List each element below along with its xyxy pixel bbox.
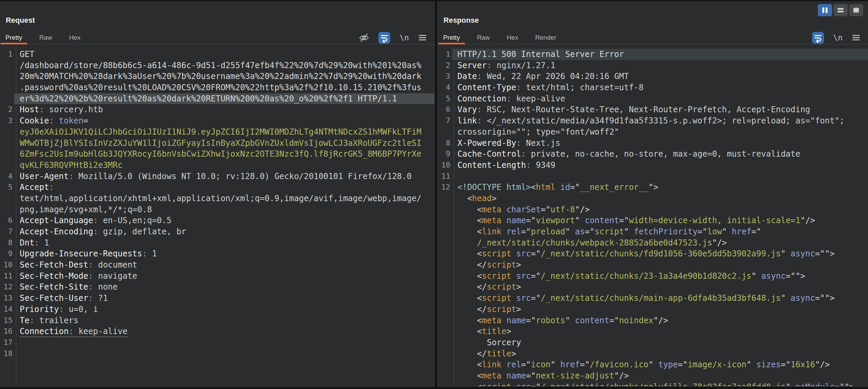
line-number xyxy=(438,359,452,370)
editor-menu-icon[interactable] xyxy=(852,34,861,41)
tab-pretty[interactable]: Pretty xyxy=(438,31,465,44)
code-text[interactable]: link: </_next/static/media/a34f9d1faa5f3… xyxy=(452,115,868,127)
code-text[interactable]: er%3d%22%20%2b%20result%20as%20dark%20RE… xyxy=(14,93,434,104)
code-text[interactable]: Te: trailers xyxy=(14,315,434,326)
code-text[interactable]: Connection: keep-alive xyxy=(452,93,868,104)
tab-render[interactable]: Render xyxy=(530,31,561,44)
code-line: 7link: </_next/static/media/a34f9d1faa5f… xyxy=(438,115,868,127)
code-text[interactable]: Sec-Fetch-Site: none xyxy=(14,281,434,293)
single-view-icon xyxy=(853,7,859,13)
code-text[interactable]: crossorigin=""; type="font/woff2" xyxy=(452,127,868,138)
code-text[interactable]: eyJ0eXAiOiJKV1QiLCJhbGciOiJIUzI1NiJ9.eyJ… xyxy=(14,127,434,138)
line-number: 13 xyxy=(0,293,14,304)
line-number: 11 xyxy=(438,171,452,182)
code-text[interactable]: /_next/static/chunks/webpack-28852a6be0d… xyxy=(452,237,868,249)
code-text[interactable]: Cache-Control: private, no-cache, no-sto… xyxy=(452,149,868,160)
code-text[interactable]: X-Powered-By: Next.js xyxy=(452,138,868,149)
code-text[interactable]: Accept-Language: en-US,en;q=0.5 xyxy=(14,215,434,226)
code-text[interactable]: qvKLF63RQVPHtBi2e3MRc xyxy=(14,160,434,171)
code-text[interactable]: </script> xyxy=(452,259,868,271)
code-text[interactable]: text/html,application/xhtml+xml,applicat… xyxy=(14,193,434,204)
response-tabbar: PrettyRawHexRender \n xyxy=(438,31,868,44)
code-text[interactable]: </title> xyxy=(452,348,868,359)
code-text[interactable]: <link rel="icon" href="/favicon.ico" typ… xyxy=(452,359,868,370)
code-text[interactable]: Dnt: 1 xyxy=(14,237,434,249)
code-text[interactable]: </script> xyxy=(452,304,868,315)
code-text[interactable]: <meta name="next-size-adjust"/> xyxy=(452,370,868,382)
code-text[interactable]: </script> xyxy=(452,281,868,293)
code-text[interactable]: GET xyxy=(14,49,434,60)
line-number: 4 xyxy=(0,171,14,182)
code-text[interactable] xyxy=(14,348,434,359)
code-text[interactable]: Sec-Fetch-Dest: document xyxy=(14,259,434,271)
code-text[interactable]: <script src="/_next/static/chunks/polyfi… xyxy=(452,382,868,386)
code-text[interactable]: HTTP/1.1 500 Internal Server Error xyxy=(452,49,868,60)
code-text[interactable]: Content-Length: 9349 xyxy=(452,160,868,171)
hide-response-eye-slash-icon[interactable] xyxy=(359,33,369,42)
tab-hex[interactable]: Hex xyxy=(64,31,85,44)
code-line: WMwOTBjZjBlYSIsInVzZXJuYW1lIjoiZGFyayIsI… xyxy=(0,138,434,149)
code-text[interactable]: Priority: u=0, i xyxy=(14,304,434,315)
code-text[interactable]: <meta name="viewport" content="width=dev… xyxy=(452,215,868,226)
request-panel-title: Request xyxy=(6,16,35,25)
code-text[interactable]: WMwOTBjZjBlYSIsInVzZXJuYW1lIjoiZGFyayIsI… xyxy=(14,138,434,149)
layout-single-view-button[interactable] xyxy=(849,4,863,16)
code-line: 15Te: trailers xyxy=(0,315,434,326)
code-text[interactable]: <meta charSet="utf-8"/> xyxy=(452,204,868,215)
code-text[interactable]: 20m%20MATCH%20%28dark%3aUser%20%7b%20use… xyxy=(14,71,434,82)
show-nonprinting-icon[interactable]: \n xyxy=(833,33,843,42)
line-number: 15 xyxy=(0,315,14,326)
layout-split-columns-button[interactable] xyxy=(818,4,832,16)
code-text[interactable]: Sec-Fetch-Mode: navigate xyxy=(14,271,434,282)
line-number: 1 xyxy=(0,49,14,60)
layout-controls xyxy=(818,4,863,16)
code-text[interactable]: <head> xyxy=(452,193,868,204)
code-text[interactable]: 6ZmFsc2UsIm9ubHlGb3JQYXRocyI6bnVsbCwiZXh… xyxy=(14,149,434,160)
code-text[interactable]: .password%20as%20result%20LOAD%20CSV%20F… xyxy=(14,82,434,93)
line-number xyxy=(0,138,14,149)
code-text[interactable]: <title> xyxy=(452,326,868,337)
code-line: </script> xyxy=(438,259,868,271)
code-line: 11 xyxy=(438,171,868,182)
code-text[interactable]: <script src="/_next/static/chunks/main-a… xyxy=(452,293,868,304)
code-text[interactable] xyxy=(452,171,868,182)
request-editor[interactable]: 1GET/dashboard/store/88b6b6c5-a614-486c-… xyxy=(0,45,434,386)
word-wrap-toggle-icon[interactable] xyxy=(812,32,824,44)
code-text[interactable]: Content-Type: text/html; charset=utf-8 xyxy=(452,82,868,93)
code-text[interactable]: Connection: keep-alive xyxy=(14,326,434,337)
code-text[interactable]: Vary: RSC, Next-Router-State-Tree, Next-… xyxy=(452,104,868,115)
tab-pretty[interactable]: Pretty xyxy=(1,31,27,44)
code-text[interactable]: Sec-Fetch-User: ?1 xyxy=(14,293,434,304)
editor-menu-icon[interactable] xyxy=(418,34,427,41)
code-text[interactable]: Sorcery xyxy=(452,337,868,348)
code-text[interactable]: <meta name="robots" content="noindex"/> xyxy=(452,315,868,326)
tab-raw[interactable]: Raw xyxy=(472,31,495,44)
word-wrap-toggle-icon[interactable] xyxy=(378,32,390,44)
line-number xyxy=(438,271,452,282)
code-line: 6Accept-Language: en-US,en;q=0.5 xyxy=(0,215,434,226)
show-nonprinting-icon[interactable]: \n xyxy=(399,33,409,42)
code-text[interactable]: <script src="/_next/static/chunks/fd9d10… xyxy=(452,248,868,259)
code-text[interactable]: <script src="/_next/static/chunks/23-1a3… xyxy=(452,271,868,282)
line-number xyxy=(0,160,14,171)
code-text[interactable]: Cookie: token= xyxy=(14,115,434,127)
code-text[interactable]: Date: Wed, 22 Apr 2026 04:20:16 GMT xyxy=(452,71,868,82)
code-text[interactable]: Upgrade-Insecure-Requests: 1 xyxy=(14,248,434,259)
code-text[interactable]: png,image/svg+xml,*/*;q=0.8 xyxy=(14,204,434,215)
code-text[interactable]: Accept: xyxy=(14,182,434,193)
code-text[interactable]: Accept-Encoding: gzip, deflate, br xyxy=(14,226,434,237)
tab-hex[interactable]: Hex xyxy=(502,31,523,44)
code-line: <meta name="viewport" content="width=dev… xyxy=(438,215,868,226)
code-line: </script> xyxy=(438,281,868,293)
response-editor[interactable]: 1HTTP/1.1 500 Internal Server Error2Serv… xyxy=(438,45,868,386)
code-text[interactable]: <!DOCTYPE html><html id="__next_error__"… xyxy=(452,182,868,193)
code-text[interactable]: User-Agent: Mozilla/5.0 (Windows NT 10.0… xyxy=(14,171,434,182)
code-text[interactable]: <link rel="preload" as="script" fetchPri… xyxy=(452,226,868,237)
tab-raw[interactable]: Raw xyxy=(35,31,57,44)
code-text[interactable]: Server: nginx/1.27.1 xyxy=(452,60,868,71)
line-number xyxy=(438,315,452,326)
code-text[interactable]: Host: sorcery.htb xyxy=(14,104,434,115)
layout-split-rows-button[interactable] xyxy=(833,4,848,16)
code-text[interactable] xyxy=(14,337,434,348)
code-text[interactable]: /dashboard/store/88b6b6c5-a614-486c-9d51… xyxy=(14,60,434,71)
